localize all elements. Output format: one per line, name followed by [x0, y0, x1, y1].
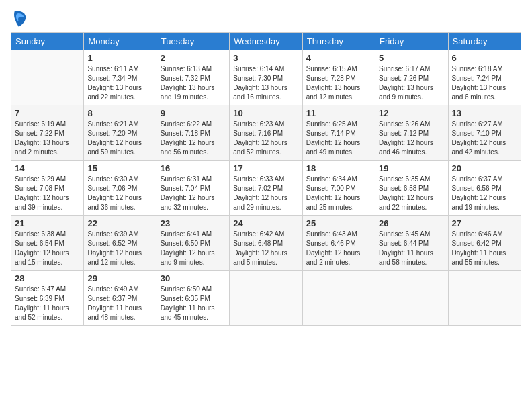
day-number: 24 [233, 218, 298, 228]
logo-icon [12, 9, 27, 28]
day-info: Sunrise: 6:42 AMSunset: 6:48 PMDaylight:… [233, 230, 298, 267]
calendar-cell [448, 271, 521, 326]
day-number: 19 [379, 163, 444, 173]
day-number: 5 [379, 53, 444, 63]
calendar-cell: 26Sunrise: 6:45 AMSunset: 6:44 PMDayligh… [375, 216, 448, 271]
calendar-cell [11, 50, 84, 105]
day-info: Sunrise: 6:33 AMSunset: 7:02 PMDaylight:… [233, 175, 298, 212]
day-info: Sunrise: 6:15 AMSunset: 7:28 PMDaylight:… [306, 64, 371, 102]
day-number: 20 [452, 163, 517, 173]
calendar-cell: 28Sunrise: 6:47 AMSunset: 6:39 PMDayligh… [11, 271, 84, 326]
calendar-cell: 14Sunrise: 6:29 AMSunset: 7:08 PMDayligh… [11, 161, 84, 216]
day-info: Sunrise: 6:45 AMSunset: 6:44 PMDaylight:… [379, 230, 444, 267]
day-number: 29 [87, 273, 152, 283]
day-info: Sunrise: 6:49 AMSunset: 6:37 PMDaylight:… [87, 285, 152, 322]
day-info: Sunrise: 6:39 AMSunset: 6:52 PMDaylight:… [87, 230, 152, 267]
day-info: Sunrise: 6:38 AMSunset: 6:54 PMDaylight:… [15, 230, 80, 267]
week-row-5: 28Sunrise: 6:47 AMSunset: 6:39 PMDayligh… [11, 271, 521, 326]
day-info: Sunrise: 6:31 AMSunset: 7:04 PMDaylight:… [161, 175, 226, 212]
calendar-cell: 25Sunrise: 6:43 AMSunset: 6:46 PMDayligh… [302, 216, 375, 271]
day-number: 3 [233, 53, 298, 63]
weekday-header-tuesday: Tuesday [157, 33, 229, 50]
day-number: 4 [306, 53, 371, 63]
calendar-cell: 1Sunrise: 6:11 AMSunset: 7:34 PMDaylight… [84, 50, 157, 105]
calendar-cell: 8Sunrise: 6:21 AMSunset: 7:20 PMDaylight… [84, 105, 157, 161]
day-number: 2 [161, 53, 226, 63]
day-info: Sunrise: 6:37 AMSunset: 6:56 PMDaylight:… [452, 175, 517, 212]
weekday-header-wednesday: Wednesday [230, 33, 302, 50]
week-row-4: 21Sunrise: 6:38 AMSunset: 6:54 PMDayligh… [11, 216, 521, 271]
day-number: 18 [306, 163, 371, 173]
day-info: Sunrise: 6:43 AMSunset: 6:46 PMDaylight:… [306, 230, 371, 267]
day-info: Sunrise: 6:29 AMSunset: 7:08 PMDaylight:… [15, 175, 80, 212]
day-number: 22 [87, 218, 152, 228]
calendar-cell: 7Sunrise: 6:19 AMSunset: 7:22 PMDaylight… [11, 105, 84, 161]
weekday-header-monday: Monday [84, 33, 157, 50]
day-number: 10 [233, 108, 298, 118]
day-number: 14 [15, 163, 80, 173]
day-info: Sunrise: 6:50 AMSunset: 6:35 PMDaylight:… [161, 285, 226, 322]
day-number: 27 [452, 218, 517, 228]
calendar-cell: 22Sunrise: 6:39 AMSunset: 6:52 PMDayligh… [84, 216, 157, 271]
calendar-cell: 15Sunrise: 6:30 AMSunset: 7:06 PMDayligh… [84, 161, 157, 216]
calendar-cell: 16Sunrise: 6:31 AMSunset: 7:04 PMDayligh… [157, 161, 229, 216]
calendar-cell: 10Sunrise: 6:23 AMSunset: 7:16 PMDayligh… [230, 105, 302, 161]
calendar-cell: 12Sunrise: 6:26 AMSunset: 7:12 PMDayligh… [375, 105, 448, 161]
calendar-cell: 20Sunrise: 6:37 AMSunset: 6:56 PMDayligh… [448, 161, 521, 216]
day-number: 23 [161, 218, 226, 228]
week-row-2: 7Sunrise: 6:19 AMSunset: 7:22 PMDaylight… [11, 105, 521, 161]
day-number: 26 [379, 218, 444, 228]
calendar-cell [302, 271, 375, 326]
calendar-cell: 2Sunrise: 6:13 AMSunset: 7:32 PMDaylight… [157, 50, 229, 105]
calendar-cell: 21Sunrise: 6:38 AMSunset: 6:54 PMDayligh… [11, 216, 84, 271]
calendar-cell: 23Sunrise: 6:41 AMSunset: 6:50 PMDayligh… [157, 216, 229, 271]
day-info: Sunrise: 6:30 AMSunset: 7:06 PMDaylight:… [87, 175, 152, 212]
day-number: 21 [15, 218, 80, 228]
weekday-header-row: SundayMondayTuesdayWednesdayThursdayFrid… [11, 33, 521, 50]
calendar-cell: 3Sunrise: 6:14 AMSunset: 7:30 PMDaylight… [230, 50, 302, 105]
day-number: 17 [233, 163, 298, 173]
calendar-table: SundayMondayTuesdayWednesdayThursdayFrid… [11, 32, 521, 326]
day-number: 25 [306, 218, 371, 228]
logo [11, 9, 27, 28]
calendar-cell: 19Sunrise: 6:35 AMSunset: 6:58 PMDayligh… [375, 161, 448, 216]
day-info: Sunrise: 6:46 AMSunset: 6:42 PMDaylight:… [452, 230, 517, 267]
day-info: Sunrise: 6:22 AMSunset: 7:18 PMDaylight:… [161, 120, 226, 157]
week-row-1: 1Sunrise: 6:11 AMSunset: 7:34 PMDaylight… [11, 50, 521, 105]
calendar-cell: 6Sunrise: 6:18 AMSunset: 7:24 PMDaylight… [448, 50, 521, 105]
day-info: Sunrise: 6:19 AMSunset: 7:22 PMDaylight:… [15, 120, 80, 157]
day-number: 16 [161, 163, 226, 173]
day-number: 30 [161, 273, 226, 283]
calendar-cell: 5Sunrise: 6:17 AMSunset: 7:26 PMDaylight… [375, 50, 448, 105]
calendar-cell: 18Sunrise: 6:34 AMSunset: 7:00 PMDayligh… [302, 161, 375, 216]
page: SundayMondayTuesdayWednesdayThursdayFrid… [0, 0, 532, 411]
day-info: Sunrise: 6:27 AMSunset: 7:10 PMDaylight:… [452, 120, 517, 157]
day-info: Sunrise: 6:26 AMSunset: 7:12 PMDaylight:… [379, 120, 444, 157]
day-info: Sunrise: 6:23 AMSunset: 7:16 PMDaylight:… [233, 120, 298, 157]
calendar-cell: 9Sunrise: 6:22 AMSunset: 7:18 PMDaylight… [157, 105, 229, 161]
day-number: 8 [87, 108, 152, 118]
weekday-header-thursday: Thursday [302, 33, 375, 50]
day-number: 6 [452, 53, 517, 63]
weekday-header-saturday: Saturday [448, 33, 521, 50]
day-info: Sunrise: 6:25 AMSunset: 7:14 PMDaylight:… [306, 120, 371, 157]
calendar-cell: 13Sunrise: 6:27 AMSunset: 7:10 PMDayligh… [448, 105, 521, 161]
calendar-cell: 4Sunrise: 6:15 AMSunset: 7:28 PMDaylight… [302, 50, 375, 105]
day-number: 11 [306, 108, 371, 118]
calendar-cell [230, 271, 302, 326]
week-row-3: 14Sunrise: 6:29 AMSunset: 7:08 PMDayligh… [11, 161, 521, 216]
calendar-cell: 24Sunrise: 6:42 AMSunset: 6:48 PMDayligh… [230, 216, 302, 271]
day-info: Sunrise: 6:47 AMSunset: 6:39 PMDaylight:… [15, 285, 80, 322]
calendar-cell: 11Sunrise: 6:25 AMSunset: 7:14 PMDayligh… [302, 105, 375, 161]
weekday-header-sunday: Sunday [11, 33, 84, 50]
day-number: 1 [87, 53, 152, 63]
calendar-cell: 29Sunrise: 6:49 AMSunset: 6:37 PMDayligh… [84, 271, 157, 326]
day-info: Sunrise: 6:21 AMSunset: 7:20 PMDaylight:… [87, 120, 152, 157]
calendar-cell: 27Sunrise: 6:46 AMSunset: 6:42 PMDayligh… [448, 216, 521, 271]
day-number: 13 [452, 108, 517, 118]
weekday-header-friday: Friday [375, 33, 448, 50]
day-info: Sunrise: 6:14 AMSunset: 7:30 PMDaylight:… [233, 64, 298, 102]
day-info: Sunrise: 6:18 AMSunset: 7:24 PMDaylight:… [452, 64, 517, 102]
day-info: Sunrise: 6:35 AMSunset: 6:58 PMDaylight:… [379, 175, 444, 212]
calendar-cell: 30Sunrise: 6:50 AMSunset: 6:35 PMDayligh… [157, 271, 229, 326]
